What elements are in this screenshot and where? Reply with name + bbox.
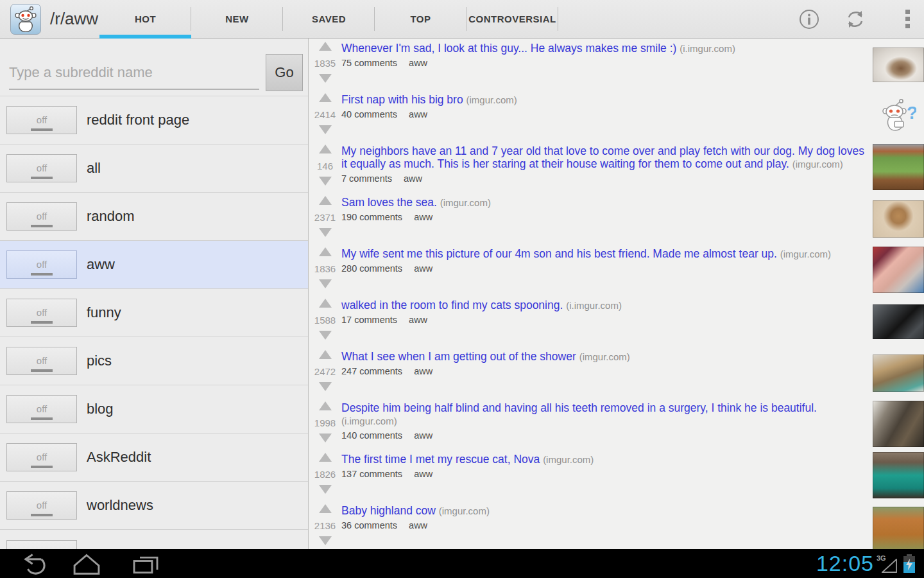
post-row[interactable]: 2472 What I see when I am getting out of…: [309, 347, 924, 398]
post-title[interactable]: My neighbors have an 11 and 7 year old t…: [341, 144, 864, 170]
sidebar-item-all[interactable]: off all: [0, 144, 308, 193]
downvote-button[interactable]: [319, 434, 332, 442]
downvote-button[interactable]: [319, 382, 332, 391]
post-row[interactable]: 2371 Sam loves the sea. (imgur.com) 190 …: [309, 193, 924, 244]
post-title[interactable]: Despite him being half blind and having …: [341, 401, 817, 414]
sidebar-item-partial[interactable]: [0, 530, 308, 549]
post-title[interactable]: First nap with his big bro: [341, 93, 463, 106]
tab-saved[interactable]: SAVED: [283, 0, 375, 38]
toggle-off-button[interactable]: off: [6, 299, 77, 327]
upvote-button[interactable]: [319, 401, 332, 410]
post-thumbnail[interactable]: [873, 144, 924, 190]
signal-triangle-icon: [882, 559, 897, 573]
downvote-button[interactable]: [319, 74, 332, 83]
toggle-off-button[interactable]: off: [6, 491, 77, 520]
subreddit-input[interactable]: Type a subreddit name: [9, 54, 259, 90]
toggle-off-button[interactable]: off: [6, 395, 77, 423]
sidebar-item-label: worldnews: [87, 497, 153, 514]
post-row[interactable]: 1826 The first time I met my rescue cat,…: [309, 450, 924, 501]
tab-new[interactable]: NEW: [191, 0, 283, 38]
downvote-button[interactable]: [319, 485, 332, 494]
home-button[interactable]: [64, 549, 109, 578]
post-thumbnail[interactable]: [873, 304, 924, 339]
upvote-button[interactable]: [319, 453, 332, 462]
clock[interactable]: 12:05: [816, 549, 874, 578]
go-button[interactable]: Go: [266, 54, 303, 91]
tab-controversial[interactable]: CONTROVERSIAL: [466, 0, 558, 38]
sidebar-item-funny[interactable]: off funny: [0, 289, 308, 337]
sidebar-item-askreddit[interactable]: off AskReddit: [0, 434, 308, 482]
post-thumbnail[interactable]: ?: [873, 98, 924, 135]
downvote-button[interactable]: [319, 279, 332, 288]
post-thumbnail[interactable]: [873, 401, 924, 447]
post-thumbnail[interactable]: [873, 48, 924, 82]
sidebar-item-pics[interactable]: off pics: [0, 337, 308, 385]
post-row[interactable]: 1835 Whenever I'm sad, I look at this gu…: [309, 39, 924, 90]
post-thumbnail[interactable]: [873, 247, 924, 293]
refresh-icon[interactable]: [838, 0, 873, 38]
recents-button[interactable]: [123, 549, 168, 578]
comment-count[interactable]: 75 comments: [341, 58, 397, 68]
sidebar-item-reddit-front-page[interactable]: off reddit front page: [0, 96, 308, 144]
upvote-button[interactable]: [319, 504, 332, 513]
comment-count[interactable]: 280 comments: [341, 263, 402, 274]
comment-count[interactable]: 40 comments: [341, 109, 397, 119]
toggle-off-button[interactable]: off: [6, 250, 77, 279]
sidebar-item-random[interactable]: off random: [0, 193, 308, 241]
post-thumbnail[interactable]: [873, 452, 924, 498]
downvote-button[interactable]: [319, 228, 332, 237]
info-icon[interactable]: [792, 0, 826, 38]
upvote-button[interactable]: [319, 144, 332, 153]
post-row[interactable]: 146 My neighbors have an 11 and 7 year o…: [309, 141, 924, 193]
reddit-app-icon[interactable]: [10, 4, 41, 35]
subreddit-input-placeholder: Type a subreddit name: [9, 64, 153, 81]
overflow-menu-icon[interactable]: [893, 0, 921, 38]
post-thumbnail[interactable]: [873, 507, 924, 549]
tab-hot[interactable]: HOT: [99, 0, 191, 38]
comment-count[interactable]: 247 comments: [341, 366, 402, 376]
post-title[interactable]: The first time I met my rescue cat, Nova: [341, 453, 540, 466]
upvote-button[interactable]: [319, 299, 332, 308]
sidebar-item-worldnews[interactable]: off worldnews: [0, 482, 308, 530]
upvote-button[interactable]: [319, 247, 332, 256]
post-row[interactable]: 1588 walked in the room to find my cats …: [309, 295, 924, 347]
sidebar-item-aww[interactable]: off aww: [0, 241, 308, 289]
back-button[interactable]: [8, 549, 53, 578]
post-row[interactable]: 2414 First nap with his big bro (imgur.c…: [309, 90, 924, 141]
post-title[interactable]: Sam loves the sea.: [341, 196, 437, 209]
post-title[interactable]: What I see when I am getting out of the …: [341, 350, 576, 363]
post-thumbnail[interactable]: [873, 200, 924, 238]
downvote-button[interactable]: [319, 331, 332, 340]
post-row[interactable]: 1998 Despite him being half blind and ha…: [309, 398, 924, 450]
toggle-off-button[interactable]: [6, 540, 77, 550]
toggle-off-button[interactable]: off: [6, 106, 77, 134]
sidebar-item-blog[interactable]: off blog: [0, 385, 308, 434]
toggle-off-button[interactable]: off: [6, 202, 77, 231]
post-title[interactable]: My wife sent me this picture of our 4m s…: [341, 247, 777, 260]
comment-count[interactable]: 36 comments: [341, 520, 397, 530]
toggle-off-button[interactable]: off: [6, 154, 77, 182]
post-title[interactable]: Baby highland cow: [341, 504, 436, 517]
upvote-button[interactable]: [319, 196, 332, 205]
comment-count[interactable]: 190 comments: [341, 212, 402, 222]
post-title[interactable]: walked in the room to find my cats spoon…: [341, 299, 563, 311]
post-title[interactable]: Whenever I'm sad, I look at this guy... …: [341, 42, 676, 55]
toggle-off-button[interactable]: off: [6, 347, 77, 375]
post-score: 2472: [314, 366, 336, 378]
tab-top[interactable]: TOP: [375, 0, 466, 38]
post-row[interactable]: 2136 Baby highland cow (imgur.com) 36 co…: [309, 501, 924, 549]
upvote-button[interactable]: [319, 350, 332, 359]
upvote-button[interactable]: [319, 93, 332, 102]
upvote-button[interactable]: [319, 42, 332, 51]
comment-count[interactable]: 140 comments: [341, 430, 402, 441]
downvote-button[interactable]: [319, 125, 332, 134]
downvote-button[interactable]: [319, 177, 332, 186]
toggle-off-button[interactable]: off: [6, 443, 77, 471]
comment-count[interactable]: 137 comments: [341, 469, 402, 479]
downvote-button[interactable]: [319, 536, 332, 545]
post-row[interactable]: 1836 My wife sent me this picture of our…: [309, 244, 924, 295]
post-thumbnail[interactable]: [873, 355, 924, 392]
comment-count[interactable]: 17 comments: [341, 315, 397, 325]
comment-count[interactable]: 7 comments: [341, 173, 392, 184]
post-subreddit: aww: [414, 366, 432, 376]
